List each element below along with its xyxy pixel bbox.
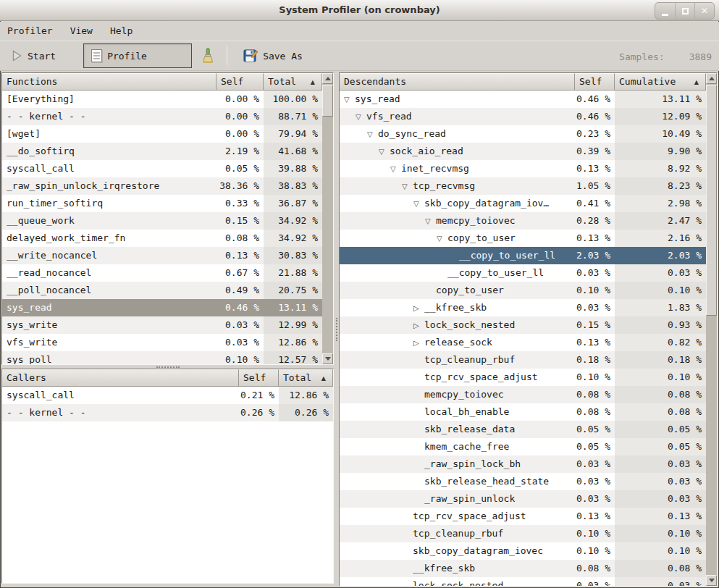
scrollbar-thumb[interactable] — [706, 85, 717, 316]
tree-row[interactable]: skb_release_data0.05 %0.05 % — [340, 421, 706, 438]
expander-collapsed-icon[interactable]: ▷ — [413, 300, 424, 316]
reset-button[interactable] — [196, 43, 219, 68]
tree-row[interactable]: lock_sock_nested0.03 %0.03 % — [340, 577, 706, 586]
row-function-name: ▽do_sync_read — [340, 125, 575, 143]
row-total-value: 34.92 % — [264, 212, 322, 230]
table-row[interactable]: - - kernel - -0.00 %88.71 % — [2, 108, 322, 125]
table-row[interactable]: - - kernel - -0.26 %0.26 % — [2, 404, 333, 421]
tree-row[interactable]: _raw_spin_lock_bh0.03 %0.03 % — [340, 455, 706, 473]
column-header-descendants[interactable]: Descendants — [340, 73, 575, 91]
menu-view[interactable]: View — [62, 22, 101, 41]
expander-expanded-icon[interactable]: ▽ — [413, 196, 424, 212]
tree-row[interactable]: ▽inet_recvmsg0.13 %8.92 % — [340, 160, 706, 177]
profile-toggle-button[interactable]: Profile — [83, 43, 192, 68]
row-self-value: 0.05 % — [216, 160, 264, 177]
tree-row[interactable]: memcpy_toiovec0.08 %0.08 % — [340, 386, 706, 403]
row-function-name: __do_softirq — [2, 143, 216, 160]
expander-collapsed-icon[interactable]: ▷ — [413, 317, 424, 334]
start-button[interactable]: Start — [4, 43, 63, 68]
table-row[interactable]: delayed_work_timer_fn0.08 %34.92 % — [2, 230, 322, 247]
table-row[interactable]: __poll_nocancel0.49 %20.75 % — [2, 282, 322, 299]
tree-row[interactable]: skb_copy_datagram_iovec0.10 %0.10 % — [340, 542, 706, 560]
expander-expanded-icon[interactable]: ▽ — [367, 126, 378, 143]
save-as-button[interactable]: Save As — [236, 43, 310, 68]
table-row[interactable]: sys_poll0.10 %12.57 % — [2, 351, 322, 364]
column-header-self[interactable]: Self — [575, 73, 615, 91]
scrollbar-thumb[interactable] — [322, 85, 333, 117]
scroll-up-button[interactable] — [706, 73, 717, 84]
functions-table: [Everything]0.00 %100.00 %- - kernel - -… — [2, 91, 322, 364]
tree-row[interactable]: tcp_rcv_space_adjust0.13 %0.13 % — [340, 508, 706, 525]
table-row[interactable]: [wget]0.00 %79.94 % — [2, 125, 322, 143]
tree-row[interactable]: ▷release_sock0.13 %0.82 % — [340, 334, 706, 351]
row-cumulative-value: 2.16 % — [615, 230, 706, 247]
play-icon — [12, 50, 22, 62]
column-header-self[interactable]: Self — [239, 369, 279, 387]
table-row[interactable]: syscall_call0.21 %12.86 % — [2, 387, 333, 404]
tree-row[interactable]: tcp_cleanup_rbuf0.18 %0.18 % — [340, 351, 706, 369]
row-self-value: 0.21 % — [239, 387, 279, 404]
tree-row[interactable]: ▽copy_to_user0.13 %2.16 % — [340, 230, 706, 247]
table-row[interactable]: [Everything]0.00 %100.00 % — [2, 91, 322, 108]
expander-expanded-icon[interactable]: ▽ — [425, 213, 436, 230]
table-row[interactable]: vfs_write0.03 %12.86 % — [2, 334, 322, 351]
table-row[interactable]: sys_read0.46 %13.11 % — [2, 299, 322, 316]
close-button[interactable]: ✕ — [694, 3, 714, 19]
column-header-functions[interactable]: Functions — [2, 73, 216, 91]
minimize-button[interactable] — [655, 3, 675, 19]
functions-scrollbar[interactable] — [322, 73, 333, 364]
row-cumulative-value: 0.18 % — [615, 351, 706, 369]
tree-row[interactable]: ▽tcp_recvmsg1.05 %8.23 % — [340, 177, 706, 195]
expander-expanded-icon[interactable]: ▽ — [344, 91, 355, 108]
tree-row[interactable]: ▽vfs_read0.46 %12.09 % — [340, 108, 706, 125]
table-row[interactable]: syscall_call0.05 %39.88 % — [2, 160, 322, 177]
start-button-label: Start — [28, 51, 56, 62]
tree-row[interactable]: local_bh_enable0.08 %0.08 % — [340, 403, 706, 421]
tree-row[interactable]: ▽memcpy_toiovec0.28 %2.47 % — [340, 212, 706, 230]
expander-expanded-icon[interactable]: ▽ — [402, 178, 413, 195]
tree-row[interactable]: skb_release_head_state0.03 %0.03 % — [340, 473, 706, 490]
tree-row[interactable]: ▽skb_copy_datagram_iov…0.41 %2.98 % — [340, 195, 706, 212]
tree-row[interactable]: __copy_to_user_ll0.03 %0.03 % — [340, 264, 706, 282]
tree-row[interactable]: _raw_spin_unlock0.03 %0.03 % — [340, 490, 706, 508]
scroll-up-button[interactable] — [322, 73, 333, 84]
tree-row[interactable]: ▷__kfree_skb0.03 %1.83 % — [340, 299, 706, 316]
menu-profiler[interactable]: Profiler — [0, 22, 62, 41]
table-row[interactable]: __queue_work0.15 %34.92 % — [2, 212, 322, 230]
scroll-down-button[interactable] — [322, 353, 333, 364]
maximize-button[interactable] — [675, 3, 694, 19]
expander-collapsed-icon[interactable]: ▷ — [413, 335, 424, 351]
tree-row[interactable]: copy_to_user0.10 %0.10 % — [340, 282, 706, 299]
tree-row[interactable]: ▷lock_sock_nested0.15 %0.93 % — [340, 316, 706, 334]
tree-row[interactable]: __copy_to_user_ll2.03 %2.03 % — [340, 247, 706, 264]
descendants-scrollbar[interactable] — [706, 73, 717, 586]
tree-row[interactable]: ▽sys_read0.46 %13.11 % — [340, 91, 706, 108]
tree-row[interactable]: ▽do_sync_read0.23 %10.49 % — [340, 125, 706, 143]
tree-row[interactable]: tcp_rcv_space_adjust0.10 %0.10 % — [340, 369, 706, 386]
table-row[interactable]: __read_nocancel0.67 %21.88 % — [2, 264, 322, 282]
tree-row[interactable]: kmem_cache_free0.05 %0.05 % — [340, 438, 706, 455]
scroll-down-button[interactable] — [706, 575, 717, 586]
table-row[interactable]: run_timer_softirq0.33 %36.87 % — [2, 195, 322, 212]
expander-expanded-icon[interactable]: ▽ — [390, 161, 401, 177]
column-header-total[interactable]: Total▲ — [264, 73, 322, 91]
expander-expanded-icon[interactable]: ▽ — [379, 143, 390, 160]
table-row[interactable]: _raw_spin_unlock_irqrestore38.36 %38.83 … — [2, 177, 322, 195]
table-row[interactable]: __do_softirq2.19 %41.68 % — [2, 143, 322, 160]
tree-row[interactable]: ▽sock_aio_read0.39 %9.90 % — [340, 143, 706, 160]
tree-row[interactable]: __kfree_skb0.08 %0.08 % — [340, 560, 706, 577]
column-header-self[interactable]: Self — [216, 73, 264, 91]
table-row[interactable]: __write_nocancel0.13 %30.83 % — [2, 247, 322, 264]
table-row[interactable]: sys_write0.03 %12.99 % — [2, 316, 322, 334]
left-right-splitter[interactable] — [334, 72, 339, 587]
column-header-cumulative[interactable]: Cumulative▲ — [615, 73, 706, 91]
titlebar[interactable]: System Profiler (on crownbay) ✕ — [0, 0, 719, 21]
tree-row[interactable]: tcp_cleanup_rbuf0.10 %0.10 % — [340, 525, 706, 542]
menu-help[interactable]: Help — [101, 22, 141, 41]
expander-expanded-icon[interactable]: ▽ — [356, 109, 366, 125]
row-cumulative-value: 12.09 % — [615, 108, 706, 125]
expander-expanded-icon[interactable]: ▽ — [437, 230, 447, 247]
column-header-total[interactable]: Total▲ — [279, 369, 333, 387]
row-function-name: tcp_rcv_space_adjust — [340, 508, 575, 525]
column-header-callers[interactable]: Callers — [2, 369, 239, 387]
